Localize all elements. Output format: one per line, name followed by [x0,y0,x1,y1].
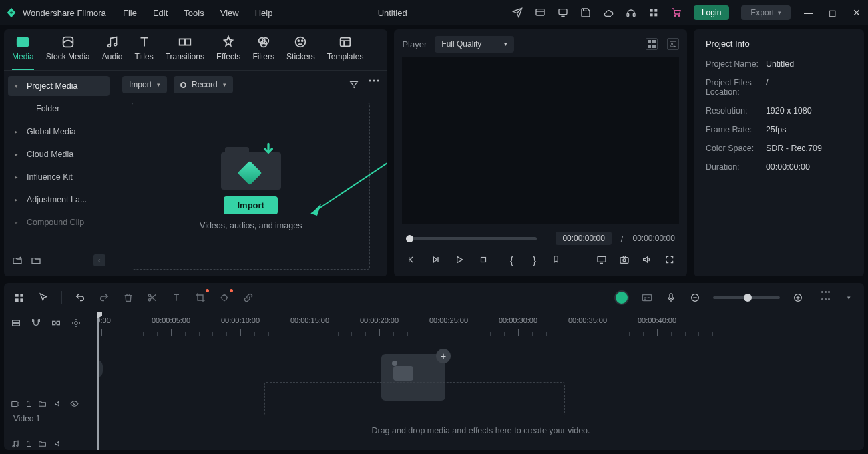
video-track-header[interactable]: 1 [11,399,79,409]
subtitle-icon[interactable] [641,292,653,304]
menu-file[interactable]: File [123,8,137,18]
tab-titles[interactable]: Titles [134,35,153,70]
zoom-thumb[interactable] [744,294,752,302]
prev-frame-icon[interactable] [406,254,417,265]
step-forward-icon[interactable] [430,254,441,265]
tab-audio[interactable]: Audio [102,35,123,70]
folder-icon[interactable] [38,399,47,409]
tab-media[interactable]: Media [12,35,34,70]
preview-viewport[interactable] [402,57,678,224]
headset-icon[interactable] [626,7,636,18]
microphone-icon[interactable] [665,292,677,304]
chevron-down-icon[interactable]: ▾ [843,292,855,304]
import-dropdown[interactable]: Import▾ [122,76,167,93]
record-dropdown[interactable]: Record▾ [174,76,233,93]
player-label: Player [402,39,427,49]
scrub-thumb[interactable] [406,235,413,242]
fullscreen-icon[interactable] [664,254,675,265]
scrub-slider[interactable] [406,237,537,240]
desktop-icon[interactable] [558,7,568,18]
login-button[interactable]: Login [694,5,729,20]
timeline-drop-target[interactable] [264,382,565,415]
undo-icon[interactable] [74,292,86,304]
cart-icon[interactable] [671,7,682,18]
audio-track-header[interactable]: 1 [11,439,63,449]
tab-stock-media[interactable]: Stock Media [46,35,90,70]
mute-icon[interactable] [54,439,63,449]
send-icon[interactable] [512,7,523,18]
sidebar-item-global-media[interactable]: ▸Global Media [8,122,110,142]
svg-rect-55 [12,402,17,407]
auto-reframe-icon[interactable] [71,318,83,330]
menu-edit[interactable]: Edit [153,8,168,18]
ripple-icon[interactable] [51,318,63,330]
zoom-slider[interactable] [713,296,780,299]
sidebar-item-influence-kit[interactable]: ▸Influence Kit [8,167,110,187]
cloud-icon[interactable] [603,7,614,18]
text-icon[interactable] [170,292,182,304]
minimize-button[interactable]: — [803,7,815,18]
eye-icon[interactable] [70,399,79,409]
new-folder-icon[interactable] [12,255,23,266]
info-row: Project Name:Untitled [706,59,852,69]
filter-funnel-icon[interactable] [349,79,359,90]
svg-rect-28 [648,40,651,43]
link-tracks-icon[interactable] [11,318,23,330]
import-button[interactable]: Import [224,196,277,214]
folder-icon[interactable] [38,439,47,449]
image-view-icon[interactable] [667,38,679,50]
menu-tools[interactable]: Tools [184,8,204,18]
quality-dropdown[interactable]: Full Quality▾ [435,36,514,53]
more-icon[interactable] [369,79,379,90]
mute-icon[interactable] [54,399,63,409]
add-clip-button[interactable]: + [436,349,451,363]
volume-icon[interactable] [642,254,652,265]
trash-icon[interactable] [122,292,134,304]
unlink-icon[interactable] [242,292,254,304]
zoom-in-icon[interactable] [792,292,804,304]
time-ruler[interactable]: 00:0000:00:05:0000:00:10:0000:00:15:0000… [97,312,864,336]
tab-filters[interactable]: Filters [252,35,274,70]
tab-effects[interactable]: Effects [216,35,240,70]
folder-icon[interactable] [31,255,41,266]
sidebar-item-cloud-media[interactable]: ▸Cloud Media [8,144,110,164]
grid-view-icon[interactable] [646,38,658,50]
timeline-canvas[interactable]: 00:0000:00:05:0000:00:10:0000:00:15:0000… [97,312,864,450]
magic-icon[interactable] [218,292,230,304]
svg-line-26 [311,147,387,214]
scissors-icon[interactable] [146,292,158,304]
pointer-icon[interactable] [37,292,49,304]
layout-icon[interactable] [535,7,546,18]
stop-icon[interactable] [478,254,489,265]
ai-avatar-icon[interactable] [614,290,629,305]
import-dropzone[interactable]: Import Videos, audios, and images [132,103,370,270]
sidebar-item-compound-clip[interactable]: ▸Compound Clip [8,212,110,232]
save-icon[interactable] [580,7,591,18]
drag-handle-icon[interactable] [821,291,831,304]
mark-out-icon[interactable]: } [529,254,539,265]
zoom-out-icon[interactable] [689,292,701,304]
tab-templates[interactable]: Templates [327,35,364,70]
apps-icon[interactable] [648,7,659,18]
mark-in-icon[interactable]: { [506,254,517,265]
sidebar-item-folder[interactable]: Folder [8,99,110,119]
export-button[interactable]: Export▾ [741,5,791,20]
crop-icon[interactable] [194,292,206,304]
menu-view[interactable]: View [220,8,239,18]
tab-stickers[interactable]: Stickers [286,35,315,70]
sidebar-item-adjustment-layer[interactable]: ▸Adjustment La... [8,190,110,210]
marker-dropdown-icon[interactable] [552,254,562,265]
play-icon[interactable] [454,254,465,265]
collapse-sidebar-button[interactable]: ‹ [93,254,105,266]
tab-transitions[interactable]: Transitions [166,35,204,70]
snapshot-icon[interactable] [619,254,630,265]
menu-help[interactable]: Help [255,8,273,18]
display-icon[interactable] [596,254,607,265]
close-button[interactable]: ✕ [851,7,863,18]
maximize-button[interactable]: ◻ [827,7,839,18]
magnet-icon[interactable] [31,318,43,330]
info-row: Duration:00:00:00:00 [706,162,852,172]
redo-icon[interactable] [98,292,110,304]
layout-grid-icon[interactable] [13,292,25,304]
sidebar-item-project-media[interactable]: ▾Project Media [8,76,110,96]
